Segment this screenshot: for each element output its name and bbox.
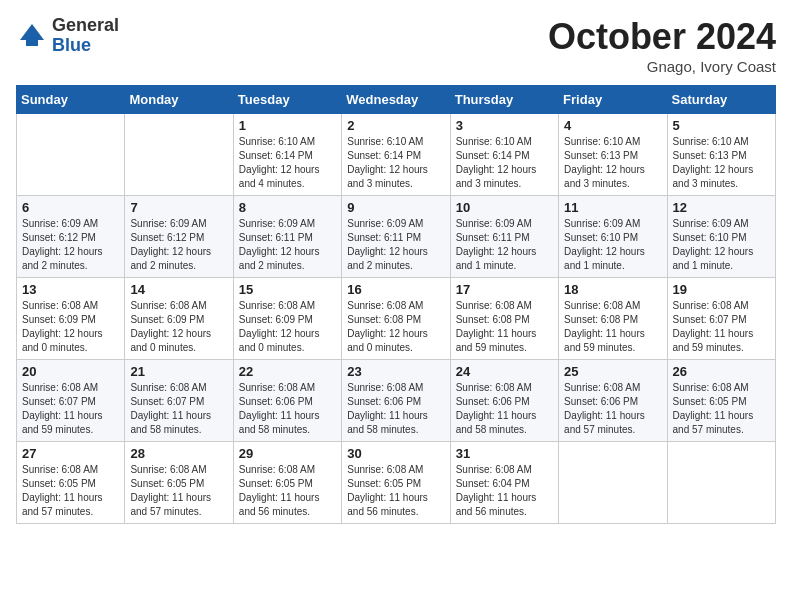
day-info: Sunrise: 6:08 AM Sunset: 6:07 PM Dayligh… <box>22 381 119 437</box>
calendar-cell: 17Sunrise: 6:08 AM Sunset: 6:08 PM Dayli… <box>450 278 558 360</box>
day-info: Sunrise: 6:08 AM Sunset: 6:05 PM Dayligh… <box>347 463 444 519</box>
day-number: 14 <box>130 282 227 297</box>
week-row-2: 6Sunrise: 6:09 AM Sunset: 6:12 PM Daylig… <box>17 196 776 278</box>
week-row-3: 13Sunrise: 6:08 AM Sunset: 6:09 PM Dayli… <box>17 278 776 360</box>
calendar-cell: 23Sunrise: 6:08 AM Sunset: 6:06 PM Dayli… <box>342 360 450 442</box>
calendar-cell: 6Sunrise: 6:09 AM Sunset: 6:12 PM Daylig… <box>17 196 125 278</box>
day-number: 23 <box>347 364 444 379</box>
calendar-cell: 16Sunrise: 6:08 AM Sunset: 6:08 PM Dayli… <box>342 278 450 360</box>
calendar-cell: 31Sunrise: 6:08 AM Sunset: 6:04 PM Dayli… <box>450 442 558 524</box>
calendar-cell <box>667 442 775 524</box>
calendar-cell: 21Sunrise: 6:08 AM Sunset: 6:07 PM Dayli… <box>125 360 233 442</box>
title-area: October 2024 Gnago, Ivory Coast <box>548 16 776 75</box>
weekday-header-tuesday: Tuesday <box>233 86 341 114</box>
day-info: Sunrise: 6:09 AM Sunset: 6:12 PM Dayligh… <box>22 217 119 273</box>
header: General Blue October 2024 Gnago, Ivory C… <box>16 16 776 75</box>
day-info: Sunrise: 6:09 AM Sunset: 6:11 PM Dayligh… <box>239 217 336 273</box>
day-info: Sunrise: 6:09 AM Sunset: 6:10 PM Dayligh… <box>564 217 661 273</box>
calendar-cell: 11Sunrise: 6:09 AM Sunset: 6:10 PM Dayli… <box>559 196 667 278</box>
day-number: 19 <box>673 282 770 297</box>
calendar-cell: 24Sunrise: 6:08 AM Sunset: 6:06 PM Dayli… <box>450 360 558 442</box>
day-number: 28 <box>130 446 227 461</box>
day-info: Sunrise: 6:08 AM Sunset: 6:05 PM Dayligh… <box>239 463 336 519</box>
day-info: Sunrise: 6:08 AM Sunset: 6:05 PM Dayligh… <box>130 463 227 519</box>
day-info: Sunrise: 6:09 AM Sunset: 6:11 PM Dayligh… <box>456 217 553 273</box>
day-info: Sunrise: 6:08 AM Sunset: 6:09 PM Dayligh… <box>130 299 227 355</box>
day-number: 26 <box>673 364 770 379</box>
day-number: 24 <box>456 364 553 379</box>
day-info: Sunrise: 6:09 AM Sunset: 6:12 PM Dayligh… <box>130 217 227 273</box>
day-info: Sunrise: 6:10 AM Sunset: 6:13 PM Dayligh… <box>673 135 770 191</box>
weekday-header-row: SundayMondayTuesdayWednesdayThursdayFrid… <box>17 86 776 114</box>
day-number: 17 <box>456 282 553 297</box>
calendar-cell <box>125 114 233 196</box>
day-info: Sunrise: 6:08 AM Sunset: 6:06 PM Dayligh… <box>564 381 661 437</box>
calendar-cell: 5Sunrise: 6:10 AM Sunset: 6:13 PM Daylig… <box>667 114 775 196</box>
day-number: 27 <box>22 446 119 461</box>
weekday-header-thursday: Thursday <box>450 86 558 114</box>
calendar-cell: 27Sunrise: 6:08 AM Sunset: 6:05 PM Dayli… <box>17 442 125 524</box>
day-info: Sunrise: 6:08 AM Sunset: 6:08 PM Dayligh… <box>347 299 444 355</box>
calendar-cell: 22Sunrise: 6:08 AM Sunset: 6:06 PM Dayli… <box>233 360 341 442</box>
month-title: October 2024 <box>548 16 776 58</box>
day-info: Sunrise: 6:08 AM Sunset: 6:06 PM Dayligh… <box>456 381 553 437</box>
calendar-cell: 14Sunrise: 6:08 AM Sunset: 6:09 PM Dayli… <box>125 278 233 360</box>
day-info: Sunrise: 6:08 AM Sunset: 6:09 PM Dayligh… <box>239 299 336 355</box>
calendar-cell: 9Sunrise: 6:09 AM Sunset: 6:11 PM Daylig… <box>342 196 450 278</box>
day-number: 16 <box>347 282 444 297</box>
day-number: 10 <box>456 200 553 215</box>
calendar-cell: 12Sunrise: 6:09 AM Sunset: 6:10 PM Dayli… <box>667 196 775 278</box>
day-info: Sunrise: 6:10 AM Sunset: 6:14 PM Dayligh… <box>456 135 553 191</box>
weekday-header-monday: Monday <box>125 86 233 114</box>
calendar-cell: 20Sunrise: 6:08 AM Sunset: 6:07 PM Dayli… <box>17 360 125 442</box>
day-number: 8 <box>239 200 336 215</box>
day-number: 29 <box>239 446 336 461</box>
calendar-cell: 8Sunrise: 6:09 AM Sunset: 6:11 PM Daylig… <box>233 196 341 278</box>
day-info: Sunrise: 6:08 AM Sunset: 6:07 PM Dayligh… <box>673 299 770 355</box>
svg-marker-0 <box>20 24 44 40</box>
weekday-header-friday: Friday <box>559 86 667 114</box>
day-number: 1 <box>239 118 336 133</box>
weekday-header-saturday: Saturday <box>667 86 775 114</box>
calendar-cell: 19Sunrise: 6:08 AM Sunset: 6:07 PM Dayli… <box>667 278 775 360</box>
day-number: 25 <box>564 364 661 379</box>
day-info: Sunrise: 6:10 AM Sunset: 6:13 PM Dayligh… <box>564 135 661 191</box>
week-row-1: 1Sunrise: 6:10 AM Sunset: 6:14 PM Daylig… <box>17 114 776 196</box>
day-info: Sunrise: 6:10 AM Sunset: 6:14 PM Dayligh… <box>347 135 444 191</box>
day-info: Sunrise: 6:08 AM Sunset: 6:05 PM Dayligh… <box>22 463 119 519</box>
calendar-cell: 7Sunrise: 6:09 AM Sunset: 6:12 PM Daylig… <box>125 196 233 278</box>
day-number: 11 <box>564 200 661 215</box>
calendar-cell: 30Sunrise: 6:08 AM Sunset: 6:05 PM Dayli… <box>342 442 450 524</box>
day-info: Sunrise: 6:08 AM Sunset: 6:08 PM Dayligh… <box>456 299 553 355</box>
location: Gnago, Ivory Coast <box>548 58 776 75</box>
day-info: Sunrise: 6:09 AM Sunset: 6:11 PM Dayligh… <box>347 217 444 273</box>
weekday-header-wednesday: Wednesday <box>342 86 450 114</box>
calendar-cell: 18Sunrise: 6:08 AM Sunset: 6:08 PM Dayli… <box>559 278 667 360</box>
logo-icon <box>16 20 48 52</box>
calendar-cell: 3Sunrise: 6:10 AM Sunset: 6:14 PM Daylig… <box>450 114 558 196</box>
day-info: Sunrise: 6:08 AM Sunset: 6:05 PM Dayligh… <box>673 381 770 437</box>
day-info: Sunrise: 6:08 AM Sunset: 6:04 PM Dayligh… <box>456 463 553 519</box>
logo-general-text: General <box>52 16 119 36</box>
logo-blue-text: Blue <box>52 36 119 56</box>
week-row-4: 20Sunrise: 6:08 AM Sunset: 6:07 PM Dayli… <box>17 360 776 442</box>
day-number: 12 <box>673 200 770 215</box>
day-info: Sunrise: 6:08 AM Sunset: 6:08 PM Dayligh… <box>564 299 661 355</box>
day-number: 18 <box>564 282 661 297</box>
day-info: Sunrise: 6:08 AM Sunset: 6:07 PM Dayligh… <box>130 381 227 437</box>
day-info: Sunrise: 6:08 AM Sunset: 6:06 PM Dayligh… <box>347 381 444 437</box>
day-number: 9 <box>347 200 444 215</box>
calendar: SundayMondayTuesdayWednesdayThursdayFrid… <box>16 85 776 524</box>
calendar-cell <box>17 114 125 196</box>
calendar-cell <box>559 442 667 524</box>
day-number: 22 <box>239 364 336 379</box>
calendar-cell: 25Sunrise: 6:08 AM Sunset: 6:06 PM Dayli… <box>559 360 667 442</box>
svg-rect-1 <box>26 40 38 46</box>
day-info: Sunrise: 6:08 AM Sunset: 6:09 PM Dayligh… <box>22 299 119 355</box>
day-number: 4 <box>564 118 661 133</box>
day-number: 5 <box>673 118 770 133</box>
calendar-cell: 10Sunrise: 6:09 AM Sunset: 6:11 PM Dayli… <box>450 196 558 278</box>
weekday-header-sunday: Sunday <box>17 86 125 114</box>
day-number: 31 <box>456 446 553 461</box>
day-number: 3 <box>456 118 553 133</box>
